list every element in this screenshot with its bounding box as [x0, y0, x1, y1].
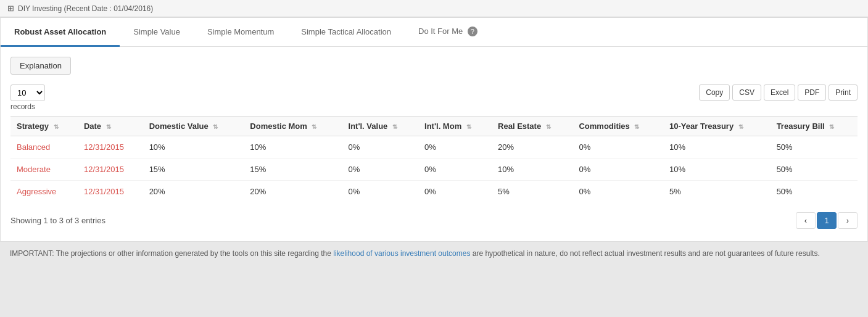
cell-date: 12/31/2015: [78, 158, 143, 181]
cell-treasury-bill: 50%: [771, 136, 858, 158]
tab-simple-momentum[interactable]: Simple Momentum: [194, 18, 287, 47]
table-row: Moderate 12/31/2015 15% 15% 0% 0% 10% 0%…: [10, 158, 858, 181]
tabs-bar: Robust Asset Allocation Simple Value Sim…: [1, 18, 867, 47]
tab-do-it-for-me[interactable]: Do It For Me ?: [405, 18, 491, 47]
cell-domestic-mom: 20%: [244, 181, 342, 203]
cell-date: 12/31/2015: [78, 136, 143, 158]
excel-button[interactable]: Excel: [764, 84, 795, 101]
cell-domestic-mom: 10%: [244, 136, 342, 158]
toolbar-row: 10 25 50 100 records Copy CSV Excel PDF …: [10, 84, 858, 111]
cell-real-estate: 20%: [492, 136, 572, 158]
col-treasury-10[interactable]: 10-Year Treasury ⇅: [663, 117, 771, 136]
col-intl-value[interactable]: Int'l. Value ⇅: [342, 117, 419, 136]
pagination-row: Showing 1 to 3 of 3 entries ‹ 1 ›: [10, 212, 858, 229]
top-bar: ⊞ DIY Investing (Recent Date : 01/04/201…: [0, 0, 868, 17]
cell-treasury-10: 10%: [663, 136, 771, 158]
footer-text-after-link: are hypothetical in nature, do not refle…: [470, 249, 819, 258]
sort-icon-domestic-mom: ⇅: [312, 123, 316, 130]
explanation-button[interactable]: Explanation: [10, 57, 71, 75]
sort-icon-commodities: ⇅: [634, 123, 639, 130]
cell-commodities: 0%: [572, 181, 663, 203]
records-select-wrap: 10 25 50 100 records: [10, 84, 45, 111]
print-button[interactable]: Print: [829, 84, 858, 101]
col-strategy[interactable]: Strategy ⇅: [10, 117, 78, 136]
footer-text-before-link: IMPORTANT: The projections or other info…: [10, 249, 333, 258]
cell-commodities: 0%: [572, 136, 663, 158]
sort-icon-intl-mom: ⇅: [466, 123, 471, 130]
export-buttons: Copy CSV Excel PDF Print: [699, 84, 858, 101]
sort-icon-strategy: ⇅: [54, 123, 59, 130]
sort-icon-treasury-10: ⇅: [738, 123, 743, 130]
main-container: Robust Asset Allocation Simple Value Sim…: [0, 17, 868, 242]
table-row: Aggressive 12/31/2015 20% 20% 0% 0% 5% 0…: [10, 181, 858, 203]
cell-intl-value: 0%: [342, 158, 419, 181]
cell-treasury-10: 10%: [663, 158, 771, 181]
cell-strategy: Aggressive: [10, 181, 78, 203]
col-real-estate[interactable]: Real Estate ⇅: [492, 117, 572, 136]
cell-domestic-value: 20%: [143, 181, 244, 203]
sort-icon-intl-value: ⇅: [392, 123, 397, 130]
col-date[interactable]: Date ⇅: [78, 117, 143, 136]
col-commodities[interactable]: Commodities ⇅: [572, 117, 663, 136]
col-domestic-value[interactable]: Domestic Value ⇅: [143, 117, 244, 136]
sort-icon-treasury-bill: ⇅: [829, 123, 834, 130]
content-area: Explanation 10 25 50 100 records Copy CS…: [1, 47, 867, 241]
footer-link[interactable]: likelihood of various investment outcome…: [333, 249, 470, 258]
tab-robust-asset-allocation[interactable]: Robust Asset Allocation: [1, 18, 120, 47]
sort-icon-real-estate: ⇅: [546, 123, 551, 130]
tab-simple-value[interactable]: Simple Value: [120, 18, 194, 47]
sort-icon-domestic-value: ⇅: [213, 123, 218, 130]
cell-commodities: 0%: [572, 158, 663, 181]
prev-page-button[interactable]: ‹: [796, 212, 816, 229]
col-intl-mom[interactable]: Int'l. Mom ⇅: [418, 117, 492, 136]
records-label: records: [10, 102, 45, 111]
cell-treasury-bill: 50%: [771, 158, 858, 181]
cell-real-estate: 5%: [492, 181, 572, 203]
data-table: Strategy ⇅ Date ⇅ Domestic Value ⇅ Domes…: [10, 116, 858, 202]
cell-domestic-mom: 15%: [244, 158, 342, 181]
cell-treasury-10: 5%: [663, 181, 771, 203]
cell-domestic-value: 10%: [143, 136, 244, 158]
cell-intl-mom: 0%: [418, 136, 492, 158]
cell-intl-value: 0%: [342, 136, 419, 158]
records-select-row: 10 25 50 100: [10, 84, 45, 101]
page-1-button[interactable]: 1: [817, 212, 837, 229]
cell-real-estate: 10%: [492, 158, 572, 181]
cell-date: 12/31/2015: [78, 181, 143, 203]
csv-button[interactable]: CSV: [732, 84, 761, 101]
grid-icon: ⊞: [7, 4, 14, 13]
pdf-button[interactable]: PDF: [798, 84, 826, 101]
showing-text: Showing 1 to 3 of 3 entries: [10, 216, 105, 225]
col-treasury-bill[interactable]: Treasury Bill ⇅: [771, 117, 858, 136]
cell-treasury-bill: 50%: [771, 181, 858, 203]
col-domestic-mom[interactable]: Domestic Mom ⇅: [244, 117, 342, 136]
copy-button[interactable]: Copy: [699, 84, 730, 101]
cell-intl-mom: 0%: [418, 181, 492, 203]
cell-intl-mom: 0%: [418, 158, 492, 181]
pagination: ‹ 1 ›: [796, 212, 858, 229]
tab-simple-tactical-allocation[interactable]: Simple Tactical Allocation: [287, 18, 405, 47]
top-bar-title: DIY Investing (Recent Date : 01/04/2016): [18, 4, 153, 13]
cell-strategy: Balanced: [10, 136, 78, 158]
help-icon[interactable]: ?: [468, 27, 477, 36]
footer: IMPORTANT: The projections or other info…: [0, 242, 868, 265]
table-header-row: Strategy ⇅ Date ⇅ Domestic Value ⇅ Domes…: [10, 117, 858, 136]
cell-strategy: Moderate: [10, 158, 78, 181]
table-row: Balanced 12/31/2015 10% 10% 0% 0% 20% 0%…: [10, 136, 858, 158]
cell-intl-value: 0%: [342, 181, 419, 203]
sort-icon-date: ⇅: [106, 123, 111, 130]
cell-domestic-value: 15%: [143, 158, 244, 181]
next-page-button[interactable]: ›: [838, 212, 858, 229]
records-per-page-select[interactable]: 10 25 50 100: [10, 84, 45, 101]
